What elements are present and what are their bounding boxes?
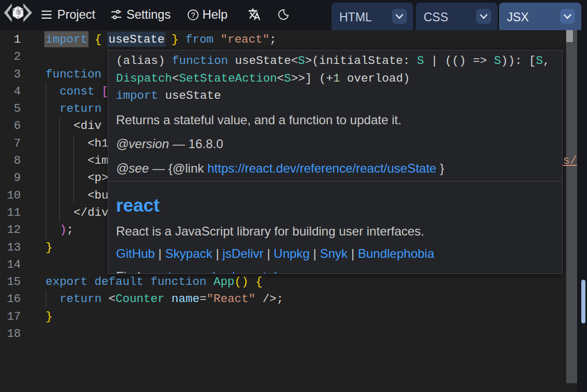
svg-text:?: ? [191,10,195,19]
